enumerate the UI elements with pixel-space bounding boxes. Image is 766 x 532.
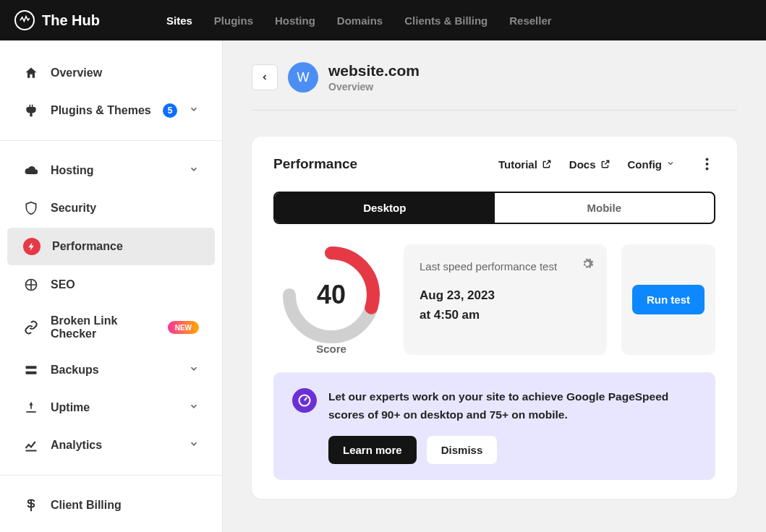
sidebar-item-seo[interactable]: SEO [7,267,215,303]
plugins-badge: 5 [163,103,177,118]
sidebar-item-label: Uptime [51,401,177,414]
device-tabs: Desktop Mobile [273,192,715,224]
score-gauge: 40 Score [273,244,389,355]
top-nav: The Hub Sites Plugins Hosting Domains Cl… [0,0,766,40]
new-badge: NEW [168,321,199,334]
sidebar-item-plugins-themes[interactable]: Plugins & Themes 5 [7,93,215,129]
sidebar: Overview Plugins & Themes 5 Hosting [0,40,223,532]
score-value: 40 [281,244,382,346]
svg-point-4 [705,158,708,161]
sidebar-item-label: Hosting [51,164,177,177]
plug-icon [23,103,39,119]
docs-link[interactable]: Docs [569,158,610,171]
sidebar-item-broken-link-checker[interactable]: Broken Link Checker NEW [7,304,215,351]
chevron-down-icon [666,159,675,170]
back-button[interactable] [252,64,278,90]
dismiss-button[interactable]: Dismiss [427,436,498,464]
logo[interactable]: The Hub [14,10,100,30]
promo-text: Let our experts work on your site to ach… [328,388,697,424]
learn-more-button[interactable]: Learn more [328,436,417,464]
promo-banner: Let our experts work on your site to ach… [273,372,715,480]
nav-items: Sites Plugins Hosting Domains Clients & … [166,14,552,27]
shield-icon [23,200,39,216]
bolt-icon [23,238,41,255]
config-label: Config [628,158,662,171]
site-avatar: W [288,62,318,93]
chevron-down-icon [189,104,199,117]
chevron-down-icon [189,164,199,177]
nav-item-plugins[interactable]: Plugins [214,14,253,27]
divider [0,475,222,476]
sidebar-item-label: Overview [51,66,199,80]
nav-item-hosting[interactable]: Hosting [275,14,315,27]
gear-icon[interactable] [581,257,594,270]
run-test-button[interactable]: Run test [632,285,705,314]
sidebar-item-label: Client Billing [51,499,199,512]
sidebar-item-reports[interactable]: Reports [7,525,215,532]
sidebar-item-backups[interactable]: Backups [7,352,215,388]
tutorial-link[interactable]: Tutorial [498,158,552,171]
sidebar-item-performance[interactable]: Performance [7,228,215,265]
tab-mobile[interactable]: Mobile [495,193,715,223]
nav-item-reseller[interactable]: Reseller [509,14,551,27]
last-test-date: Aug 23, 2023 [420,286,591,305]
seo-icon [23,277,39,293]
breadcrumb: Overview [328,81,420,93]
nav-item-clients-billing[interactable]: Clients & Billing [404,14,488,27]
analytics-icon [23,437,39,453]
home-icon [23,65,39,81]
sidebar-item-label: Broken Link Checker [51,314,156,340]
svg-rect-2 [26,372,37,374]
site-title: website.com [328,62,420,80]
config-dropdown[interactable]: Config [628,158,675,171]
uptime-icon [23,400,39,416]
more-vertical-icon [705,158,709,171]
sidebar-item-label: SEO [51,278,199,291]
sidebar-item-security[interactable]: Security [7,190,215,226]
card-title: Performance [273,156,498,172]
main: W website.com Overview Performance Tutor… [223,40,766,532]
sidebar-item-label: Performance [52,240,199,253]
sidebar-item-label: Analytics [51,439,177,452]
sidebar-item-uptime[interactable]: Uptime [7,390,215,426]
page-header: W website.com Overview [252,62,737,111]
docs-label: Docs [569,158,596,171]
tutorial-label: Tutorial [498,158,537,171]
gauge-icon [292,388,317,413]
card-header: Performance Tutorial Docs Config [273,155,715,173]
svg-point-5 [705,163,708,166]
chevron-down-icon [189,401,199,414]
divider [0,140,222,141]
run-test-column: Run test [621,244,715,355]
cloud-icon [23,163,39,179]
sidebar-item-hosting[interactable]: Hosting [7,153,215,189]
svg-point-6 [705,168,708,171]
tab-desktop[interactable]: Desktop [275,193,495,223]
dollar-icon [23,497,39,513]
last-test-label: Last speed performance test [420,259,591,275]
sidebar-item-client-billing[interactable]: Client Billing [7,487,215,523]
external-link-icon [542,159,552,169]
sidebar-item-label: Backups [51,364,177,377]
last-test-info: Last speed performance test Aug 23, 2023… [404,244,607,355]
last-test-time: at 4:50 am [420,305,591,325]
sidebar-item-overview[interactable]: Overview [7,55,215,91]
more-button[interactable] [698,155,715,173]
sidebar-item-label: Security [51,202,199,215]
external-link-icon [600,159,610,169]
backup-icon [23,362,39,378]
logo-icon [14,10,35,30]
nav-item-sites[interactable]: Sites [166,14,192,27]
performance-card: Performance Tutorial Docs Config [252,137,737,499]
chevron-down-icon [189,364,199,377]
link-icon [23,319,39,335]
chevron-down-icon [189,439,199,452]
app-name: The Hub [42,12,100,29]
sidebar-item-analytics[interactable]: Analytics [7,427,215,463]
sidebar-item-label: Plugins & Themes [51,104,151,117]
svg-rect-1 [26,366,37,369]
nav-item-domains[interactable]: Domains [337,14,383,27]
